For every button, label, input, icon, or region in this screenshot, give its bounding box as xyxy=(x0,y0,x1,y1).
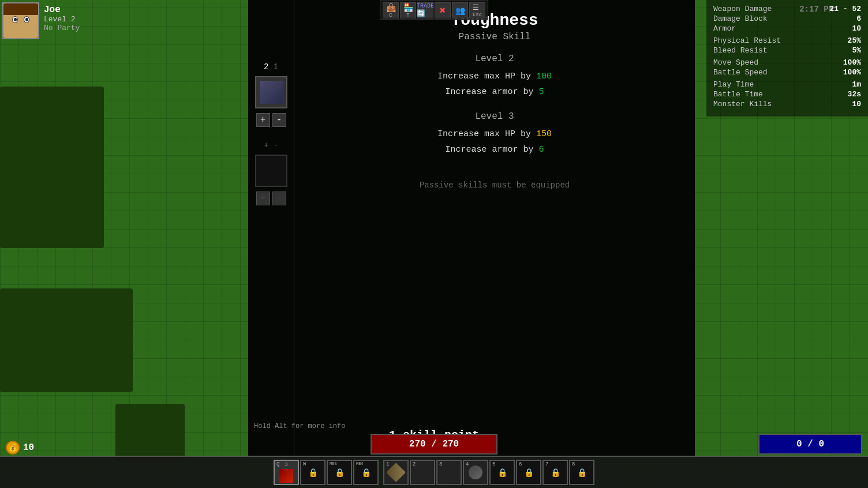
physical-resist-row: Physical Resist 25% xyxy=(713,36,861,45)
combat-stats: Weapon Damage 21 - 52 Damage Block 6 Arm… xyxy=(713,5,861,33)
slot-w-label: W xyxy=(303,461,306,467)
slot-1-label: 1 xyxy=(386,461,389,467)
slot-4-label: 4 xyxy=(466,461,469,467)
move-speed-label: Move Speed xyxy=(713,58,758,67)
bleed-resist-value: 5% xyxy=(852,46,861,55)
skill-tab-1[interactable]: 1 xyxy=(274,62,278,72)
monster-kills-row: Monster Kills 10 xyxy=(713,100,861,108)
hotbar-slot-mb5[interactable]: MB5 🔒 xyxy=(327,460,352,485)
skill-note: Passive skills must be equipped xyxy=(312,181,678,190)
slot-8-lock: 🔒 xyxy=(577,468,587,478)
armor-label: Armor xyxy=(713,24,736,33)
monster-kills-label: Monster Kills xyxy=(713,100,772,108)
gold-display: 💰 10 xyxy=(6,441,34,455)
skill-sidebar: 2 1 + - + - + - xyxy=(248,0,294,456)
terrain-patch-3 xyxy=(115,404,185,461)
hp-value: 270 / 270 xyxy=(409,439,459,449)
hotbar-slot-mb4[interactable]: MB4 🔒 xyxy=(353,460,379,485)
physical-resist-label: Physical Resist xyxy=(713,36,781,45)
skill-content: Toughness Passive Skill Level 2 Increase… xyxy=(294,0,695,456)
skill-slot-2-tab-2[interactable]: - xyxy=(274,141,278,150)
slot-3-label: 3 xyxy=(439,461,442,467)
slot-7-lock: 🔒 xyxy=(551,468,560,478)
top-bar-icons: 👜 C 🏪 T TRADE 🔄 ✖ 👥 ☰ Esc xyxy=(380,1,488,20)
skill-level-2-section: Level 2 Increase max HP by 100 Increase … xyxy=(312,54,678,100)
hotbar-slot-5[interactable]: 5 🔒 xyxy=(489,460,515,485)
skill-subtitle: Passive Skill xyxy=(312,32,678,42)
skill-minus-btn-2[interactable]: - xyxy=(272,192,286,205)
slot-6-label: 6 xyxy=(519,461,522,467)
hotbar-slot-w[interactable]: W 🔒 xyxy=(300,460,326,485)
hotbar: Q 3 W 🔒 MB5 🔒 MB4 🔒 1 2 xyxy=(0,456,868,488)
monster-kills-value: 10 xyxy=(852,100,861,108)
slot-4-icon xyxy=(469,466,482,479)
battle-speed-label: Battle Speed xyxy=(713,68,768,77)
skill-level-3-header: Level 3 xyxy=(312,111,678,122)
skill-minus-btn[interactable]: - xyxy=(272,113,286,127)
skill-level-2-header: Level 2 xyxy=(312,54,678,64)
skill-controls-1: + - xyxy=(256,113,286,127)
slot-8-label: 8 xyxy=(572,461,575,467)
physical-resist-value: 25% xyxy=(848,36,861,45)
stats-panel: Weapon Damage 21 - 52 Damage Block 6 Arm… xyxy=(706,0,868,117)
hotbar-slot-6[interactable]: 6 🔒 xyxy=(516,460,541,485)
skill-icon-inner xyxy=(260,81,283,104)
damage-block-value: 6 xyxy=(856,14,861,23)
skill-tab-2[interactable]: 2 xyxy=(264,62,268,72)
damage-block-row: Damage Block 6 xyxy=(713,14,861,23)
skill-plus-btn-2[interactable]: + xyxy=(256,192,270,205)
slot-mb5-lock: 🔒 xyxy=(335,468,345,478)
weapon-damage-row: Weapon Damage 21 - 52 xyxy=(713,5,861,13)
level3-hp: 150 xyxy=(536,129,552,139)
armor-value: 10 xyxy=(852,24,861,33)
skill-icon-slot-1[interactable] xyxy=(255,76,287,108)
hotbar-slot-3[interactable]: 3 xyxy=(436,460,462,485)
hotbar-slot-7[interactable]: 7 🔒 xyxy=(542,460,568,485)
skill-level-3-section: Level 3 Increase max HP by 150 Increase … xyxy=(312,111,678,157)
slot-w-lock: 🔒 xyxy=(308,468,318,478)
slot-7-label: 7 xyxy=(545,461,548,467)
skill-controls-2: + - xyxy=(256,192,286,205)
hotbar-slot-q[interactable]: Q 3 xyxy=(274,460,299,485)
bleed-resist-row: Bleed Resist 5% xyxy=(713,46,861,55)
skill-panel: 2 1 + - + - + - Toughness Passive Skill … xyxy=(248,0,695,456)
menu-icon[interactable]: ☰ Esc xyxy=(469,2,485,18)
hp-bar: 270 / 270 xyxy=(371,434,497,455)
armor-row: Armor 10 xyxy=(713,24,861,33)
battle-time-row: Battle Time 32s xyxy=(713,90,861,99)
hold-alt-text: Hold Alt for more info xyxy=(254,422,345,430)
level3-line1: Increase max HP by xyxy=(437,129,536,139)
gold-amount: 10 xyxy=(23,442,34,453)
bleed-resist-label: Bleed Resist xyxy=(713,46,768,55)
inventory-icon[interactable]: 👜 C xyxy=(383,2,399,18)
slot-q-icon xyxy=(279,469,293,483)
weapon-damage-value: 21 - 52 xyxy=(829,5,861,13)
play-time-label: Play Time xyxy=(713,80,754,89)
trade-icon[interactable]: TRADE 🔄 xyxy=(417,2,433,18)
terrain-patch-2 xyxy=(0,288,133,392)
hotbar-slot-8[interactable]: 8 🔒 xyxy=(569,460,594,485)
hotbar-numbered-slots: 1 2 3 4 5 🔒 6 🔒 7 🔒 8 🔒 xyxy=(383,460,594,485)
battle-time-label: Battle Time xyxy=(713,90,763,99)
hotbar-slot-1[interactable]: 1 xyxy=(383,460,409,485)
close-icon[interactable]: ✖ xyxy=(435,2,451,18)
resist-stats: Physical Resist 25% Bleed Resist 5% xyxy=(713,36,861,55)
level3-line2: Increase armor by xyxy=(445,145,538,155)
slot-2-label: 2 xyxy=(413,461,416,467)
hotbar-slot-4[interactable]: 4 xyxy=(463,460,488,485)
hotbar-group-special: Q 3 W 🔒 MB5 🔒 MB4 🔒 xyxy=(274,460,379,485)
skill-slot-1-tabs: 2 1 xyxy=(253,62,289,72)
player-party: No Party xyxy=(44,24,80,32)
slot-q-label: Q xyxy=(276,461,279,467)
hotbar-special-slots: Q 3 W 🔒 MB5 🔒 MB4 🔒 xyxy=(274,460,379,485)
skill-icon-slot-2[interactable] xyxy=(255,155,287,187)
hotbar-slot-2[interactable]: 2 xyxy=(410,460,435,485)
trade-shop-icon[interactable]: 🏪 T xyxy=(400,2,416,18)
skill-plus-btn[interactable]: + xyxy=(256,113,270,127)
terrain-patch-1 xyxy=(0,87,104,248)
skill-slot-2-tab-1[interactable]: + xyxy=(264,141,268,150)
party-icon[interactable]: 👥 xyxy=(452,2,468,18)
damage-block-label: Damage Block xyxy=(713,14,768,23)
slot-mb5-label: MB5 xyxy=(330,461,337,466)
slot-q-num: 3 xyxy=(285,462,287,468)
